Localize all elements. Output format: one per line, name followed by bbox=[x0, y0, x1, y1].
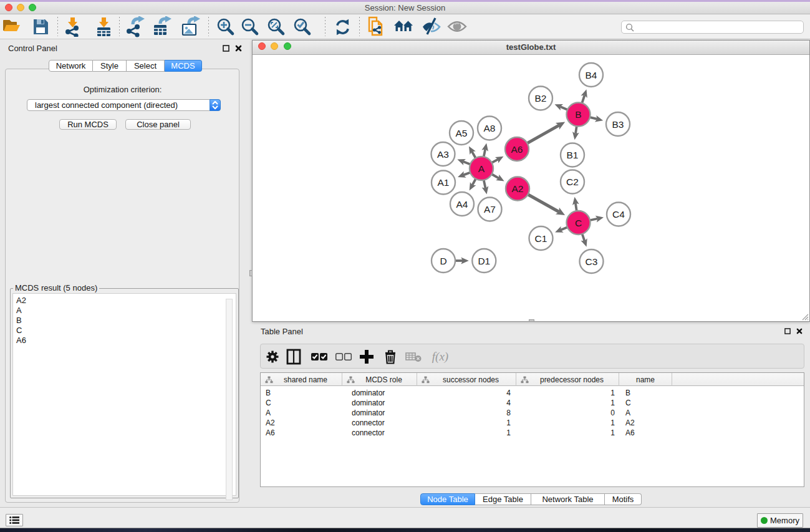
svg-text:A3: A3 bbox=[437, 149, 449, 160]
svg-text:A6: A6 bbox=[511, 144, 523, 155]
svg-text:B: B bbox=[575, 109, 581, 120]
svg-text:C3: C3 bbox=[586, 256, 598, 267]
svg-text:A7: A7 bbox=[484, 204, 496, 215]
svg-text:B2: B2 bbox=[535, 93, 547, 104]
svg-text:A1: A1 bbox=[438, 177, 450, 188]
svg-text:C4: C4 bbox=[612, 209, 625, 220]
svg-text:D: D bbox=[440, 256, 446, 266]
svg-text:D1: D1 bbox=[478, 256, 490, 266]
svg-text:B1: B1 bbox=[567, 150, 579, 160]
svg-text:A8: A8 bbox=[484, 123, 496, 133]
svg-text:C2: C2 bbox=[566, 177, 579, 187]
svg-text:A4: A4 bbox=[456, 199, 468, 210]
svg-text:C: C bbox=[575, 218, 582, 228]
svg-text:C1: C1 bbox=[535, 233, 547, 244]
svg-text:B4: B4 bbox=[586, 70, 597, 80]
svg-text:B3: B3 bbox=[612, 119, 624, 130]
svg-text:A5: A5 bbox=[456, 128, 468, 138]
svg-text:A2: A2 bbox=[512, 183, 524, 194]
svg-text:A: A bbox=[478, 163, 485, 174]
